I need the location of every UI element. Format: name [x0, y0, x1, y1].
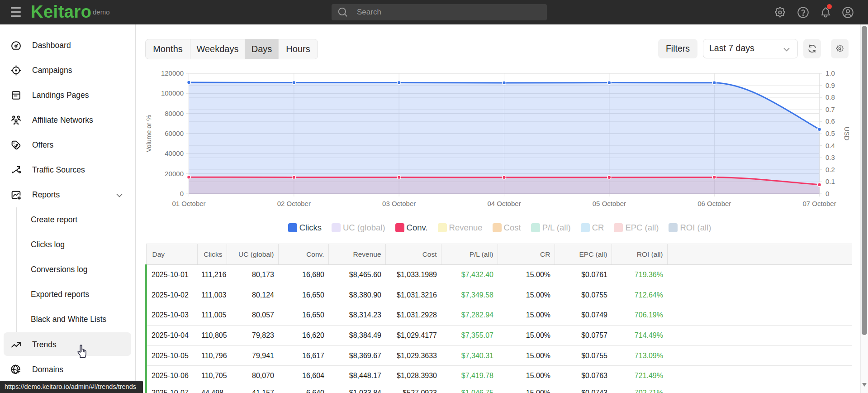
svg-text:80000: 80000	[165, 110, 184, 117]
svg-text:06 October: 06 October	[697, 200, 731, 207]
svg-text:60000: 60000	[165, 129, 184, 137]
svg-text:0.2: 0.2	[825, 166, 835, 173]
svg-text:02 October: 02 October	[277, 200, 311, 207]
svg-text:0.4: 0.4	[825, 142, 835, 149]
svg-text:Volume or %: Volume or %	[145, 115, 152, 152]
svg-text:07 October: 07 October	[802, 200, 836, 207]
svg-text:0.6: 0.6	[825, 117, 835, 125]
svg-text:100000: 100000	[161, 89, 184, 97]
svg-text:0.7: 0.7	[825, 105, 835, 113]
svg-text:0.3: 0.3	[825, 153, 835, 161]
svg-text:03 October: 03 October	[382, 200, 416, 207]
svg-text:40000: 40000	[165, 149, 184, 157]
svg-text:01 October: 01 October	[172, 200, 205, 207]
svg-text:20000: 20000	[165, 170, 184, 177]
svg-text:0.1: 0.1	[825, 177, 835, 185]
svg-text:USD: USD	[843, 127, 850, 141]
svg-text:1.0: 1.0	[825, 69, 835, 77]
svg-text:0: 0	[825, 190, 829, 197]
svg-text:05 October: 05 October	[593, 200, 626, 207]
svg-text:0.5: 0.5	[825, 129, 835, 137]
svg-text:0.8: 0.8	[825, 93, 835, 101]
svg-text:120000: 120000	[161, 69, 184, 77]
svg-text:0: 0	[180, 190, 184, 197]
svg-text:04 October: 04 October	[487, 200, 521, 207]
svg-text:0.9: 0.9	[825, 81, 835, 89]
